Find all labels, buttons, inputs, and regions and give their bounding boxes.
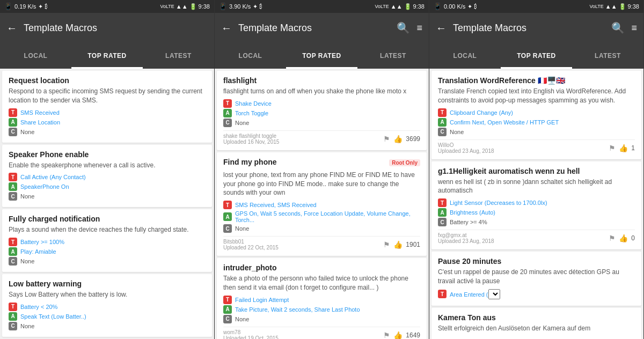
flag-icon[interactable]: ⚑ bbox=[609, 144, 616, 152]
thumb-up-icon[interactable]: 👍 bbox=[393, 331, 402, 339]
tab-top-rated[interactable]: TOP RATED bbox=[286, 43, 357, 69]
macro-title: Kamera Ton aus bbox=[438, 313, 635, 322]
macro-desc: Plays a sound when the device reaches th… bbox=[9, 225, 206, 234]
macro-card[interactable]: Translation WordReference 🇫🇷🖥️🇬🇧Translat… bbox=[431, 71, 641, 159]
condition-tag: C bbox=[9, 192, 17, 201]
filter-icon[interactable]: ≡ bbox=[631, 23, 637, 34]
macro-desc: Says Low Battery when the battery is low… bbox=[9, 290, 206, 299]
thumb-up-icon[interactable]: 👍 bbox=[393, 240, 402, 249]
thumb-up-icon[interactable]: 👍 bbox=[393, 135, 402, 143]
status-speed: 0.19 K/s bbox=[14, 3, 36, 10]
macro-date: Uploaded 19 Oct, 2015 bbox=[223, 335, 279, 339]
macro-card[interactable]: Pause 20 minutesC'est un rappel de pause… bbox=[431, 252, 641, 306]
tab-top-rated[interactable]: TOP RATED bbox=[501, 43, 572, 69]
action-tag: A bbox=[9, 182, 17, 191]
trigger-text: Call Active (Any Contact) bbox=[20, 174, 86, 180]
tab-local[interactable]: LOCAL bbox=[429, 43, 501, 69]
action-text: Play: Amiable bbox=[20, 248, 56, 255]
flag-icon[interactable]: ⚑ bbox=[609, 234, 616, 242]
vote-count: 1649 bbox=[406, 331, 420, 339]
trigger-tag: T bbox=[223, 296, 232, 304]
action-text: SpeakerPhone On bbox=[20, 183, 69, 190]
back-button[interactable]: ← bbox=[436, 22, 447, 34]
macro-card[interactable]: Request locationRespond to a specific in… bbox=[2, 71, 212, 143]
filter-icon[interactable]: ≡ bbox=[416, 23, 422, 34]
tab-latest[interactable]: LATEST bbox=[357, 43, 429, 69]
macro-card[interactable]: Low battery warningSays Low Battery when… bbox=[2, 274, 212, 337]
condition-tag: C bbox=[223, 119, 232, 127]
trigger-text: Failed Login Attempt bbox=[235, 297, 289, 303]
condition-tag: C bbox=[9, 322, 17, 330]
tab-bar: LOCALTOP RATEDLATEST bbox=[215, 43, 429, 69]
toolbar-title: Template Macros bbox=[238, 23, 390, 34]
trigger-tag: T bbox=[438, 108, 447, 117]
macro-date: Uploaded 23 Aug, 2018 bbox=[438, 238, 494, 244]
macro-desc: lost your phone, text from any phone FIN… bbox=[223, 171, 420, 197]
macro-card[interactable]: flashlightflashlight turns on and off wh… bbox=[217, 71, 427, 150]
macro-user: fxg@gmx.at bbox=[438, 232, 494, 238]
search-icon[interactable]: 🔍 bbox=[611, 21, 625, 34]
macro-title: Request location bbox=[9, 76, 206, 85]
back-button[interactable]: ← bbox=[221, 22, 232, 34]
trigger-text: Shake Device bbox=[235, 100, 272, 107]
action-tag: A bbox=[9, 118, 17, 127]
macro-desc: Respond to a specific incoming SMS reque… bbox=[9, 87, 206, 105]
action-text: Take Picture, Wait 2 seconds, Share Last… bbox=[235, 306, 360, 313]
vote-count: 0 bbox=[631, 234, 635, 242]
macro-title: Fully charged notification bbox=[9, 215, 206, 223]
toolbar: ← Template Macros 🔍 ≡ bbox=[429, 13, 643, 43]
tab-local[interactable]: LOCAL bbox=[0, 43, 71, 69]
trigger-text: Battery >= 100% bbox=[20, 239, 64, 245]
macro-desc: Take a photo of the personn who failed t… bbox=[223, 274, 420, 292]
macro-card[interactable]: Find my phone Root Only lost your phone,… bbox=[217, 152, 427, 256]
action-tag: A bbox=[223, 305, 232, 314]
status-right: VoLTE ▲▲ 🔋 9:38 bbox=[589, 3, 639, 10]
macro-desc: Translate French copied text into Englis… bbox=[438, 87, 635, 105]
status-bar: 📱 3.90 K/s ✦ ₿ VoLTE ▲▲ 🔋 9:38 bbox=[215, 0, 429, 13]
macro-card[interactable]: Speaker Phone enableEnable the speakerph… bbox=[2, 145, 212, 208]
status-time: 9:38 bbox=[413, 3, 425, 10]
status-right: VoLTE ▲▲ 🔋 9:38 bbox=[160, 3, 210, 10]
macro-title: Speaker Phone enable bbox=[9, 150, 206, 159]
macro-desc: C'est un rappel de pause de 20 minutes a… bbox=[438, 268, 635, 286]
trigger-tag: T bbox=[223, 201, 232, 209]
macro-card[interactable]: Kamera Ton ausStellt erfolgreich den Aus… bbox=[431, 308, 641, 339]
macro-user: WilloO bbox=[438, 142, 494, 148]
tab-latest[interactable]: LATEST bbox=[572, 43, 643, 69]
tab-local[interactable]: LOCAL bbox=[215, 43, 286, 69]
thumb-up-icon[interactable]: 👍 bbox=[619, 234, 628, 242]
flag-icon[interactable]: ⚑ bbox=[383, 240, 390, 249]
action-tag: A bbox=[9, 312, 17, 321]
flag-icon[interactable]: ⚑ bbox=[383, 331, 390, 339]
trigger-text: SMS Received, SMS Received bbox=[235, 202, 317, 208]
macro-date: Uploaded 23 Aug, 2018 bbox=[438, 148, 494, 154]
action-tag: A bbox=[9, 247, 17, 256]
macro-card[interactable]: Fully charged notificationPlays a sound … bbox=[2, 209, 212, 272]
toolbar-title: Template Macros bbox=[24, 23, 208, 34]
action-text: Confirm Next, Open Website / HTTP GET bbox=[450, 119, 559, 126]
condition-tag: C bbox=[223, 224, 232, 233]
macro-title: Pause 20 minutes bbox=[438, 257, 635, 266]
thumb-up-icon[interactable]: 👍 bbox=[619, 144, 628, 152]
trigger-tag: T bbox=[438, 198, 447, 207]
tab-latest[interactable]: LATEST bbox=[143, 43, 214, 69]
toolbar: ← Template Macros 🔍 ≡ bbox=[215, 13, 429, 43]
macro-card[interactable]: g1.1Helligkeit auromatisch wenn zu hellw… bbox=[431, 161, 641, 250]
status-left: 📱 3.90 K/s ✦ ₿ bbox=[219, 3, 262, 10]
macro-title: Translation WordReference 🇫🇷🖥️🇬🇧 bbox=[438, 76, 635, 85]
condition-text: None bbox=[235, 316, 249, 322]
macro-date: Uploaded 16 Nov, 2015 bbox=[223, 139, 279, 145]
trigger-tag: T bbox=[438, 290, 447, 298]
search-icon[interactable]: 🔍 bbox=[397, 21, 410, 34]
status-bar: 📱 0.00 K/s ✦ ₿ VoLTE ▲▲ 🔋 9:38 bbox=[429, 0, 643, 13]
macro-date: Uploaded 22 Oct, 2015 bbox=[223, 245, 279, 250]
flag-icon[interactable]: ⚑ bbox=[383, 135, 390, 143]
macro-user: Bitsbb01 bbox=[223, 239, 279, 245]
tab-top-rated[interactable]: TOP RATED bbox=[71, 43, 143, 69]
trigger-tag: T bbox=[9, 173, 17, 181]
condition-text: None bbox=[20, 193, 34, 200]
macro-card[interactable]: intruder_photoTake a photo of the person… bbox=[217, 258, 427, 339]
vote-count: 3699 bbox=[406, 135, 420, 143]
trigger-text: Battery < 20% bbox=[20, 304, 57, 310]
back-button[interactable]: ← bbox=[6, 22, 17, 34]
